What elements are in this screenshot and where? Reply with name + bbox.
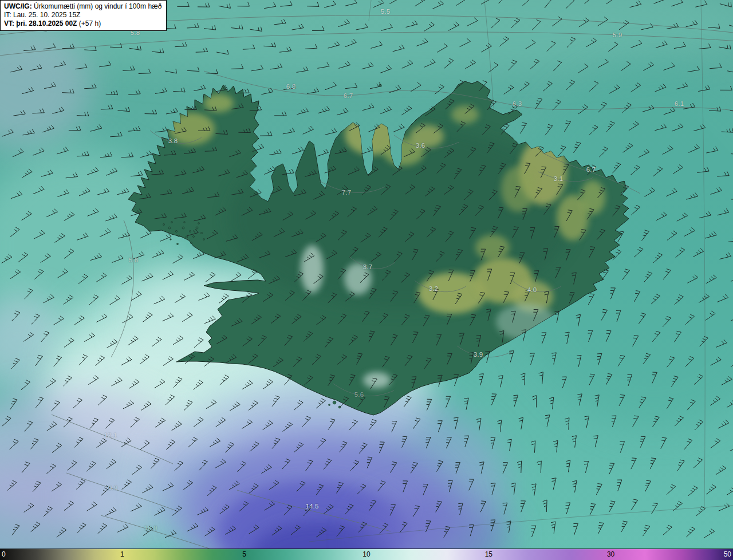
colorbar-tick-label: 15 [485,550,492,559]
colorbar-tick-label: 5 [242,550,246,559]
colorbar-tick-label: 30 [607,550,614,559]
init-time-line: IT: Lau. 25. 10. 2025 15Z [4,11,161,19]
colorbar-tick-label: 50 [724,550,731,559]
lead-time: (+57 h) [79,19,101,27]
colorbar-tick-label: 1 [120,550,124,559]
colorbar-tick-label: 10 [362,550,370,559]
valid-label: VT: [4,19,14,27]
precip-colorbar: 01510153050 [0,549,733,560]
colorbar-tick-label: 0 [2,550,6,559]
init-time: Lau. 25. 10. 2025 15Z [13,11,80,19]
weather-map-viewport [0,0,733,549]
valid-time-line: VT: þri. 28.10.2025 00Z (+57 h) [4,19,161,28]
map-title-line: UWC/IG: Úrkomumætti (mm) og vindur í 100… [4,2,161,11]
map-title: Úrkomumætti (mm) og vindur í 100m hæð [34,2,161,10]
colorbar-ticks: 01510153050 [0,549,733,560]
model-id-label: UWC/IG: [4,2,32,10]
weather-map-canvas [0,0,733,549]
map-info-box: UWC/IG: Úrkomumætti (mm) og vindur í 100… [0,0,167,31]
init-label: IT: [4,11,11,19]
valid-time: þri. 28.10.2025 00Z [16,19,77,27]
